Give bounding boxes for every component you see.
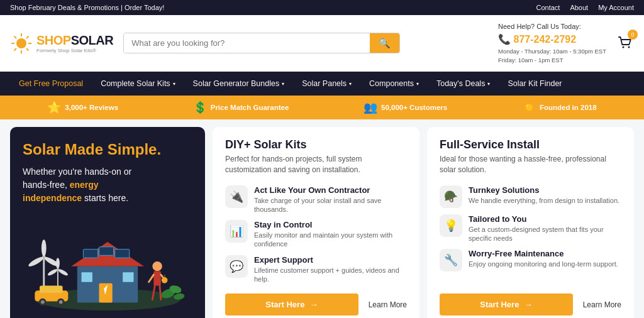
cart-badge: 0 [628,30,638,40]
svg-point-23 [42,239,47,256]
customers-icon: 👥 [364,101,377,114]
banner-customers: 👥 50,000+ Customers [364,101,447,114]
price-match-icon: 💲 [193,101,207,114]
chevron-down-icon: ▾ [416,81,419,87]
svg-rect-32 [153,271,161,285]
promo-text: Shop February Deals & Promotions | Order… [10,4,164,11]
svg-rect-15 [99,247,114,256]
svg-line-33 [149,275,154,282]
search-input[interactable] [124,33,370,53]
about-link[interactable]: About [570,4,588,11]
fs-feature-sub-3: Enjoy ongoing monitoring and long-term s… [469,260,621,268]
hours-2: Friday: 10am - 1pm EST [498,56,606,65]
fs-start-button[interactable]: Start Here → [440,293,573,315]
fullservice-card-header: Full-Service Install Ideal for those wan… [440,138,621,175]
svg-line-7 [26,36,29,38]
svg-rect-40 [40,285,63,293]
nav-solar-panels[interactable]: Solar Panels ▾ [293,72,360,96]
diy-feature-1: 🔌 Act Like Your Own Contractor Take char… [225,185,407,214]
svg-point-28 [56,258,60,268]
diy-feature-list: 🔌 Act Like Your Own Contractor Take char… [225,185,407,284]
hero-panel: Solar Made Simple. Whether you're hands-… [10,127,205,318]
diy-learn-more-link[interactable]: Learn More [369,300,407,309]
diy-card: DIY+ Solar Kits Perfect for hands-on pro… [213,127,419,318]
my-account-link[interactable]: My Account [598,4,634,11]
banner-price-match: 💲 Price Match Guarantee [193,101,289,114]
fullservice-card: Full-Service Install Ideal for those wan… [427,127,634,318]
search-button[interactable]: 🔍 [370,33,399,53]
svg-point-44 [59,300,63,304]
fs-feature-name-3: Worry-Free Maintenance [469,249,621,258]
header: SHOPSOLAR Formerly Shop Solar Kits® 🔍 Ne… [0,15,644,72]
top-bar-links: Contact About My Account [536,4,634,11]
svg-rect-14 [83,249,97,258]
feature-sub-2: Easily monitor and maintain your system … [254,231,407,249]
main-content: Solar Made Simple. Whether you're hands-… [0,119,644,318]
fullservice-card-desc: Ideal for those wanting a hassle-free, p… [440,154,621,175]
diy-card-actions: Start Here → Learn More [225,293,407,315]
svg-line-6 [26,48,29,51]
hours-1: Monday - Thursday: 10am - 5:30pm EST [498,47,606,56]
reviews-icon: ⭐ [47,101,61,114]
feature-sub-3: Lifetime customer support + guides, vide… [254,266,407,284]
nav-todays-deals[interactable]: Today's Deals ▾ [428,72,499,96]
chevron-down-icon: ▾ [487,81,490,87]
nav-solar-generator-bundles[interactable]: Solar Generator Bundles ▾ [184,72,294,96]
nav-proposal[interactable]: Get Free Proposal [10,72,92,96]
fs-feature-name-1: Turnkey Solutions [469,185,621,195]
hero-body: Whether you're hands-on or hands-free, e… [23,165,192,205]
svg-point-29 [57,268,69,277]
diy-card-title: DIY+ Solar Kits [225,138,407,151]
svg-point-0 [16,38,26,48]
banner-founded: ☀️ Founded in 2018 [522,101,597,114]
feature-name-2: Stay in Control [254,220,407,229]
svg-point-25 [28,255,45,268]
diy-feature-2: 📊 Stay in Control Easily monitor and mai… [225,220,407,249]
svg-point-9 [623,47,625,48]
diy-start-button[interactable]: Start Here → [225,293,358,315]
diy-card-header: DIY+ Solar Kits Perfect for hands-on pro… [225,138,407,175]
nav-components[interactable]: Components ▾ [360,72,428,96]
fs-feature-name-2: Tailored to You [469,214,621,224]
search-bar[interactable]: 🔍 [123,33,400,53]
fs-feature-sub-2: Get a custom-designed system that fits y… [469,225,621,243]
nav-complete-solar-kits[interactable]: Complete Solar Kits ▾ [92,72,184,96]
feature-sub-1: Take charge of your solar install and sa… [254,196,407,214]
cart-icon[interactable]: 0 [616,33,634,53]
svg-rect-16 [115,249,130,258]
founded-icon: ☀️ [522,101,536,114]
svg-rect-17 [99,283,113,302]
chevron-down-icon: ▾ [282,81,284,87]
fs-feature-sub-1: We handle everything, from design to ins… [469,196,621,205]
fs-feature-2: 💡 Tailored to You Get a custom-designed … [440,214,621,243]
svg-rect-18 [82,272,92,282]
chevron-down-icon: ▾ [349,81,352,87]
main-nav: Get Free Proposal Complete Solar Kits ▾ … [0,72,644,96]
contact-link[interactable]: Contact [536,4,560,11]
fullservice-feature-list: 🪖 Turnkey Solutions We handle everything… [440,185,621,284]
feature-name-3: Expert Support [254,255,407,265]
svg-line-36 [160,285,161,299]
svg-line-5 [14,36,17,38]
fs-learn-more-link[interactable]: Learn More [583,300,621,309]
chevron-down-icon: ▾ [173,81,175,87]
fullservice-card-actions: Start Here → Learn More [440,293,621,315]
svg-rect-19 [123,272,133,282]
turnkey-icon: 🪖 [440,185,462,208]
fs-feature-1: 🪖 Turnkey Solutions We handle everything… [440,185,621,208]
nav-solar-kit-finder[interactable]: Solar Kit Finder [499,72,570,96]
diy-feature-3: 💬 Expert Support Lifetime customer suppo… [225,255,407,284]
fs-feature-3: 🔧 Worry-Free Maintenance Enjoy ongoing m… [440,249,621,271]
header-right: Need Help? Call Us Today: 📞 877-242-2792… [498,21,634,65]
banner-reviews: ⭐ 3,000+ Reviews [47,101,118,114]
maintenance-icon: 🔧 [440,249,462,271]
top-bar: Shop February Deals & Promotions | Order… [0,0,644,15]
support-icon: 💬 [225,255,248,278]
phone-number[interactable]: 📞 877-242-2792 [498,32,606,47]
tailored-icon: 💡 [440,214,462,237]
logo[interactable]: SHOPSOLAR Formerly Shop Solar Kits® [10,32,113,55]
svg-point-30 [47,268,58,277]
help-label: Need Help? Call Us Today: [498,21,606,32]
contractor-icon: 🔌 [225,185,248,208]
svg-point-43 [41,300,45,304]
